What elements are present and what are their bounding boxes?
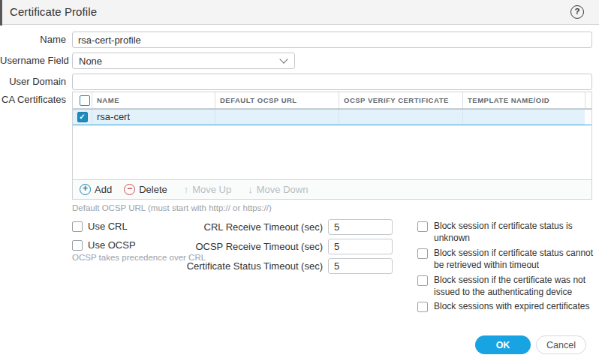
ca-certificates-label: CA Certificates xyxy=(0,92,66,108)
page-title: Certificate Profile xyxy=(10,5,97,18)
select-all-cell xyxy=(73,92,92,108)
chevron-down-icon xyxy=(279,55,287,63)
column-header-default-ocsp-url[interactable]: DEFAULT OCSP URL xyxy=(215,92,339,108)
block-expired-label: Block sessions with expired certificates xyxy=(434,301,595,313)
column-header-ocsp-verify-certificate[interactable]: OCSP VERIFY CERTIFICATE xyxy=(339,92,462,108)
delete-icon: − xyxy=(124,184,135,195)
cell-ocsp-verify-certificate xyxy=(339,110,462,125)
table-header-row: NAME DEFAULT OCSP URL OCSP VERIFY CERTIF… xyxy=(73,92,591,109)
block-expired-checkbox[interactable] xyxy=(417,302,428,312)
use-crl-option: Use CRL xyxy=(72,221,128,232)
name-label: Name xyxy=(0,32,66,48)
block-status-unknown-checkbox[interactable] xyxy=(417,221,428,232)
username-field-select[interactable]: None xyxy=(72,53,295,69)
table-toolbar: + Add − Delete ↑ Move Up ↓ Move Down xyxy=(73,179,591,199)
block-status-timeout-label: Block session if certificate status cann… xyxy=(434,248,595,272)
name-input[interactable] xyxy=(72,32,592,48)
use-crl-label: Use CRL xyxy=(88,221,128,232)
use-ocsp-checkbox[interactable] xyxy=(72,240,83,251)
delete-label: Delete xyxy=(139,184,167,195)
username-field-value: None xyxy=(79,56,281,67)
move-up-label: Move Up xyxy=(192,184,231,195)
move-down-button[interactable]: ↓ Move Down xyxy=(248,184,308,195)
check-icon: ✓ xyxy=(79,113,85,121)
cancel-button[interactable]: Cancel xyxy=(536,335,586,354)
default-ocsp-url-note: Default OCSP URL (must start with http:/… xyxy=(72,203,272,212)
arrow-down-icon: ↓ xyxy=(248,184,253,195)
table-body-empty xyxy=(73,125,591,178)
block-not-issued-label: Block session if the certificate was not… xyxy=(434,275,595,299)
crl-receive-timeout-label: CRL Receive Timeout (sec) xyxy=(135,219,323,235)
certificate-status-timeout-label: Certificate Status Timeout (sec) xyxy=(135,258,323,274)
arrow-up-icon: ↑ xyxy=(184,184,189,195)
table-row[interactable]: ✓ rsa-cert xyxy=(73,109,591,125)
move-down-label: Move Down xyxy=(257,184,309,195)
certificate-profile-dialog: Certificate Profile ? Name Username Fiel… xyxy=(0,0,599,364)
username-field-label: Username Field xyxy=(0,53,66,69)
use-ocsp-option: Use OCSP xyxy=(72,239,136,251)
cell-template-name-oid xyxy=(462,110,585,125)
add-button[interactable]: + Add xyxy=(80,184,112,195)
cell-name: rsa-cert xyxy=(92,110,215,125)
dialog-titlebar: Certificate Profile ? xyxy=(0,0,599,25)
use-ocsp-label: Use OCSP xyxy=(88,239,136,251)
cell-default-ocsp-url xyxy=(215,110,339,125)
help-icon[interactable]: ? xyxy=(570,5,584,19)
block-status-timeout-checkbox[interactable] xyxy=(417,248,428,259)
column-header-name[interactable]: NAME xyxy=(92,92,215,108)
use-crl-checkbox[interactable] xyxy=(72,221,83,232)
row-checkbox[interactable]: ✓ xyxy=(77,112,88,122)
block-expired-option: Block sessions with expired certificates xyxy=(417,301,595,313)
block-status-timeout-option: Block session if certificate status cann… xyxy=(417,248,595,272)
crl-receive-timeout-input[interactable] xyxy=(328,219,393,235)
user-domain-input[interactable] xyxy=(72,74,592,90)
user-domain-label: User Domain xyxy=(0,74,66,90)
scrollbar-gutter xyxy=(585,110,591,125)
column-header-template-name-oid[interactable]: TEMPLATE NAME/OID xyxy=(462,92,585,108)
delete-button[interactable]: − Delete xyxy=(124,184,167,195)
row-checkbox-cell: ✓ xyxy=(73,110,92,125)
move-up-button[interactable]: ↑ Move Up xyxy=(184,184,232,195)
ocsp-receive-timeout-label: OCSP Receive Timeout (sec) xyxy=(135,239,323,254)
block-status-unknown-option: Block session if certificate status is u… xyxy=(417,221,595,245)
certificate-status-timeout-input[interactable] xyxy=(328,258,393,274)
add-label: Add xyxy=(95,184,112,195)
window-edge xyxy=(0,0,2,26)
block-not-issued-checkbox[interactable] xyxy=(417,275,428,286)
ok-button[interactable]: OK xyxy=(475,335,531,354)
ocsp-receive-timeout-input[interactable] xyxy=(328,239,393,254)
block-status-unknown-label: Block session if certificate status is u… xyxy=(434,221,595,245)
block-not-issued-option: Block session if the certificate was not… xyxy=(417,275,595,299)
scrollbar-gutter xyxy=(585,92,591,108)
ca-certificates-table: NAME DEFAULT OCSP URL OCSP VERIFY CERTIF… xyxy=(72,92,592,200)
select-all-checkbox[interactable] xyxy=(80,95,90,106)
add-icon: + xyxy=(80,184,91,195)
